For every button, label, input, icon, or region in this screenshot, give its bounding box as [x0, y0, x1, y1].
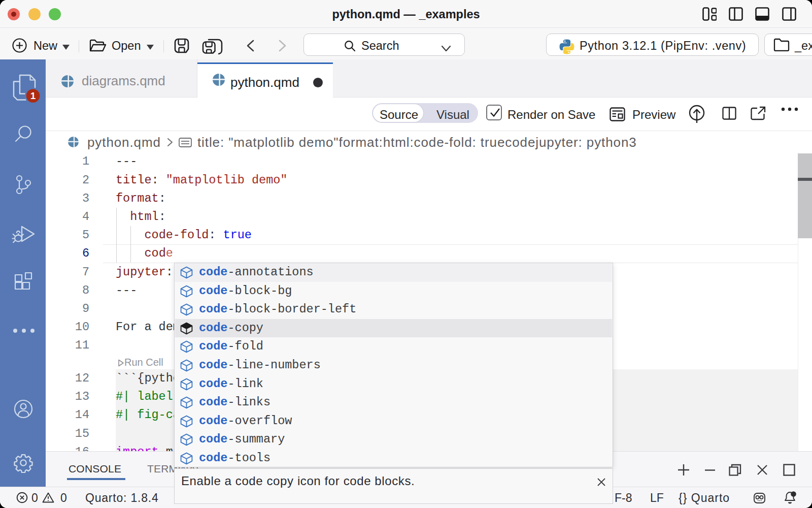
- svg-text:1: 1: [30, 90, 36, 101]
